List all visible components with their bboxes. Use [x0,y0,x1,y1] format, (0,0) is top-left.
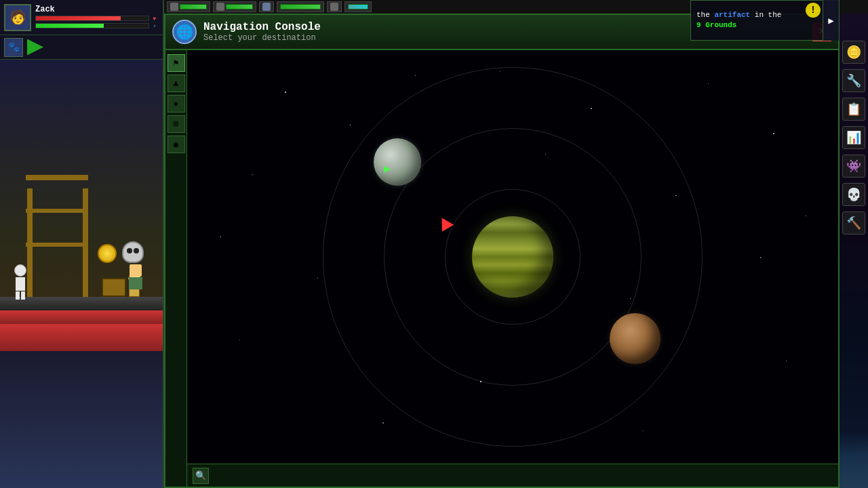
star-8 [317,278,318,279]
energy-bar-container [35,23,149,28]
sidebar-icon-skull[interactable]: 💀 [842,183,865,206]
top-slot-6 [344,1,372,12]
star-15 [220,237,221,238]
top-icon-2 [216,3,224,11]
left-game-panel: 🧑 Zack ♥ ⚡ 🐾 [0,0,164,488]
player-avatar: 🧑 [4,4,31,31]
energy-bar-row: ⚡ [35,23,159,29]
skull-eye-left [127,248,132,253]
left-bottom-space [0,351,164,488]
top-slot-5 [327,1,342,12]
skeleton-character [12,264,28,297]
ground-bar-3 [0,324,164,351]
star-16 [806,216,806,216]
star-13 [382,422,384,424]
run-button[interactable] [27,39,43,56]
notif-grounds: 9 Grounds [696,21,736,29]
energy-bar-fill [36,24,104,28]
notification-alert-icon: ! [806,3,821,18]
notification-text: the artifact in the 9 Grounds [691,7,823,34]
top-bar-teal [348,4,368,9]
energy-icon: ⚡ [151,23,159,29]
top-slot-2 [213,1,256,12]
zoom-icon[interactable]: 🔍 [193,468,209,484]
skeleton-leg-left [16,291,20,300]
health-bar-row: ♥ [35,16,159,22]
star-1 [415,75,416,76]
skeleton-head [14,264,26,277]
planet-center[interactable] [472,216,553,298]
sidebar-icon-enemy[interactable]: 👾 [842,155,865,178]
notif-prefix: the [696,11,714,19]
planet-moon[interactable] [374,138,421,186]
coin-decoration [98,244,117,263]
npc-body [129,277,142,289]
nav-side-flag-icon[interactable]: ⚑ [167,54,185,72]
star-7 [675,195,677,197]
scaffold-bar-mid1 [26,209,88,213]
chest-object [102,278,126,297]
star-4 [773,133,774,134]
sidebar-icon-stats[interactable]: 📊 [842,126,865,149]
sidebar-icon-coin[interactable]: 🪙 [842,41,865,64]
second-avatar-row: 🐾 [0,35,163,60]
health-bar-container [35,16,149,21]
top-green-bar-2 [226,4,253,9]
sidebar-icon-craft[interactable]: 🔨 [842,211,865,235]
navigation-console: 🌐 Navigation Console Select your destina… [164,14,840,488]
top-icon-5 [330,3,338,11]
nav-icon-bar: ⚑ ▲ ● ⊞ ◉ [165,50,187,487]
star-9 [760,257,762,258]
star-11 [480,381,481,382]
nav-side-map-icon[interactable]: ▲ [167,75,185,92]
player-name: Zack [35,5,159,14]
game-scene [0,60,164,351]
star-12 [786,361,787,361]
right-sidebar: 🪙 🔧 📋 📊 👾 💀 🔨 [840,0,868,488]
nav-side-target-icon[interactable]: ● [167,95,185,113]
star-5 [252,174,253,175]
player-header: 🧑 Zack ♥ ⚡ [0,0,163,35]
star-map[interactable]: ▶ [187,50,838,464]
top-slot-4 [277,1,324,12]
scaffold-bar-mid2 [26,243,88,247]
top-green-bar-4 [280,4,321,9]
star-3 [708,83,709,84]
notif-artifact: artifact [714,11,750,19]
player-info: Zack ♥ ⚡ [35,5,159,30]
ground-bar-2 [0,310,164,324]
nav-console-icon: 🌐 [172,20,197,44]
star-19 [630,298,631,299]
nav-console-bottom-bar: 🔍 [187,464,838,487]
star-14 [643,430,644,431]
notification-next-button[interactable]: ▶ [823,0,839,41]
top-slot-3 [259,1,274,12]
notif-middle: in the [750,11,781,19]
npc-head [130,264,142,277]
scaffold-bar-top [26,175,88,180]
npc-character [127,264,144,297]
top-icon-1 [170,3,178,11]
health-bar-fill [36,16,121,20]
skeleton-legs [12,291,28,300]
top-icon-3 [262,3,271,11]
sidebar-icon-wrench[interactable]: 🔧 [842,69,865,92]
scaffold [20,175,102,297]
nav-side-location-icon[interactable]: ◉ [167,136,185,153]
skeleton-body [16,277,25,291]
nav-side-grid-icon[interactable]: ⊞ [167,115,185,133]
heart-icon: ♥ [151,16,159,22]
skull-eye-right [134,248,139,253]
planet-brown[interactable] [610,313,660,364]
star-10 [239,340,240,340]
star-6 [545,154,546,155]
skull-decoration [122,241,144,263]
skeleton-leg-right [21,291,25,300]
top-slot-1 [167,1,210,12]
ship-indicator: ▶ [384,162,391,176]
top-green-bar-1 [180,4,207,9]
sidebar-icon-inventory[interactable]: 📋 [842,98,865,121]
pet-avatar: 🐾 [4,38,23,57]
star-0 [285,92,286,93]
star-18 [350,125,351,125]
